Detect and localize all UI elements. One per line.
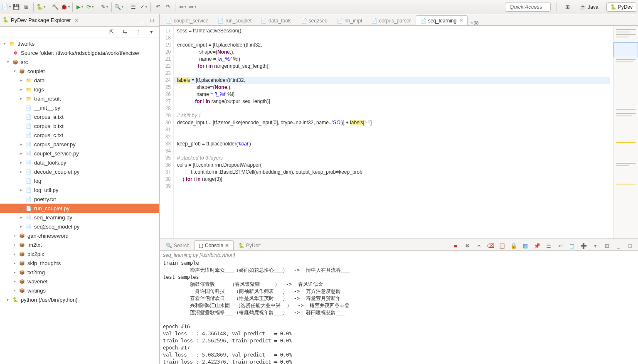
tree-twisty-icon[interactable]: ▸ bbox=[18, 142, 24, 146]
tree-item[interactable]: ▸📦wavenet bbox=[0, 277, 159, 286]
console-tab[interactable]: 🔍Search bbox=[161, 240, 194, 250]
tree-item[interactable]: ▸📦skip_thoughts bbox=[0, 258, 159, 268]
open-console-button[interactable]: ▢ bbox=[567, 241, 576, 250]
python-new-button[interactable]: 🐍 bbox=[36, 2, 45, 12]
link-button[interactable]: ⊞ bbox=[602, 241, 611, 250]
close-icon[interactable]: ✕ bbox=[225, 243, 229, 248]
run-last-button[interactable]: ⟳ bbox=[85, 2, 94, 12]
terminate-all-button[interactable]: ✖ bbox=[463, 241, 472, 250]
tree-item[interactable]: ▾📦couplet bbox=[0, 66, 159, 76]
tree-item[interactable]: 📄log bbox=[0, 176, 159, 185]
tree-item[interactable]: ▸📄log_util.py bbox=[0, 185, 159, 194]
pydev-perspective[interactable]: 🐍PyDev bbox=[606, 2, 636, 12]
tree-twisty-icon[interactable]: ▸ bbox=[12, 288, 17, 293]
tree-item[interactable]: ▸📄corpus_parser.py bbox=[0, 140, 159, 149]
editor-tab[interactable]: 📄run_couplet bbox=[213, 15, 256, 25]
quick-access-input[interactable] bbox=[505, 2, 551, 12]
tree-twisty-icon[interactable]: ▸ bbox=[18, 96, 24, 101]
editor-tab[interactable]: 📄nn_impl bbox=[332, 15, 367, 25]
tree-item[interactable]: 📄corpus_a.txt bbox=[0, 112, 159, 121]
tree-item[interactable]: ▸📦pix2pix bbox=[0, 249, 159, 258]
tree-twisty-icon[interactable]: ▸ bbox=[18, 224, 24, 229]
build-button[interactable]: 🔨 bbox=[51, 2, 60, 12]
java-perspective[interactable]: ☕Java bbox=[576, 2, 602, 12]
link-editor-icon[interactable]: ⇆ bbox=[120, 27, 129, 37]
save-button[interactable]: 💾 bbox=[12, 2, 21, 12]
word-wrap-button[interactable]: ↩ bbox=[556, 241, 565, 250]
show-console-button[interactable]: ▥ bbox=[521, 241, 530, 250]
explorer-minimize-button[interactable]: _ bbox=[137, 16, 146, 25]
tree-twisty-icon[interactable]: ▸ bbox=[12, 279, 17, 283]
editor-tabs-overflow[interactable]: »38 bbox=[468, 20, 482, 25]
tree-twisty-icon[interactable]: ▸ bbox=[12, 234, 17, 238]
tree-twisty-icon[interactable]: ▸ bbox=[18, 206, 24, 210]
tree-item[interactable]: 📄__init__.py bbox=[0, 103, 159, 112]
code-editor[interactable]: sess = tf.InteractiveSession() encode_in… bbox=[174, 26, 613, 239]
tree-item[interactable]: ▸📄seq_learning.py bbox=[0, 213, 159, 222]
tree-twisty-icon[interactable]: ▸ bbox=[18, 170, 24, 174]
tree-twisty-icon[interactable]: ▾ bbox=[5, 60, 11, 64]
tree-item[interactable]: ▸📦writings bbox=[0, 286, 159, 295]
tree-twisty-icon[interactable]: ▸ bbox=[12, 252, 17, 256]
tree-item[interactable]: ▸📄seq2seq_model.py bbox=[0, 222, 159, 231]
tree-item[interactable]: 📄corpus_c.txt bbox=[0, 130, 159, 140]
outline-button[interactable]: ☰ bbox=[129, 2, 138, 12]
pin-console-button[interactable]: 📌 bbox=[532, 241, 542, 250]
tree-twisty-icon[interactable]: ▸ bbox=[18, 151, 24, 155]
tree-twisty-icon[interactable]: ▾ bbox=[2, 42, 7, 46]
console-output[interactable]: train sample 啼声无语时牵众___（娇面如花总快心___） -> 情… bbox=[160, 260, 638, 364]
overview-ruler[interactable] bbox=[613, 26, 638, 239]
tree-twisty-icon[interactable]: ▸ bbox=[12, 243, 17, 247]
scroll-lock-button[interactable]: 🔒 bbox=[509, 241, 518, 250]
forward-button[interactable]: ⇨ bbox=[188, 2, 197, 12]
tree-item[interactable]: ▸📄decode_couplet.py bbox=[0, 167, 159, 176]
new-class-button[interactable]: ✎ bbox=[100, 2, 109, 12]
new-console-button[interactable]: ➕ bbox=[579, 241, 588, 250]
minimize-button[interactable]: _ bbox=[614, 241, 623, 250]
tree-twisty-icon[interactable]: ▸ bbox=[18, 188, 24, 192]
tree-item[interactable]: 📄corpus_b.txt bbox=[0, 121, 159, 130]
tree-item[interactable]: ▾📁tfworks bbox=[0, 39, 159, 48]
tree-item[interactable]: ▸📁data bbox=[0, 76, 159, 85]
prev-edit-button[interactable]: ↶ bbox=[153, 2, 163, 12]
run-button[interactable]: ▶ bbox=[75, 2, 84, 12]
console-tab[interactable]: 🐍PyUnit bbox=[234, 240, 265, 250]
close-icon[interactable]: ✕ bbox=[459, 18, 463, 23]
filter-icon[interactable]: ⋮ bbox=[133, 27, 143, 37]
tree-twisty-icon[interactable]: ▸ bbox=[5, 298, 11, 302]
tree-item[interactable]: ▸📁train_result bbox=[0, 94, 159, 103]
tree-item[interactable]: ⊗Source folder: /tfworks/ndscbigdata/wor… bbox=[0, 48, 159, 57]
editor-tab[interactable]: 📄seq_learning✕ bbox=[416, 15, 468, 25]
remove-terminated-button[interactable]: ✶ bbox=[474, 241, 483, 250]
editor-tab[interactable]: 📄data_tools bbox=[256, 15, 296, 25]
console-dropdown-button[interactable]: ▾ bbox=[591, 241, 600, 250]
terminate-button[interactable]: ■ bbox=[451, 241, 460, 250]
tree-item[interactable]: ▸📦im2txt bbox=[0, 240, 159, 249]
tree-item[interactable]: ▸📄couplet_service.py bbox=[0, 149, 159, 158]
tree-item[interactable]: ▸📄run_couplet.py bbox=[0, 204, 159, 213]
tree-item[interactable]: 📄poetry.txt bbox=[0, 194, 159, 204]
search-button[interactable]: 🔍 bbox=[114, 2, 123, 12]
open-perspective-button[interactable]: ⊞ bbox=[563, 2, 572, 12]
editor-tab[interactable]: 📄corpus_parser bbox=[367, 15, 416, 25]
new-button[interactable]: 📄 bbox=[2, 2, 11, 12]
next-edit-button[interactable]: ↷ bbox=[163, 2, 172, 12]
back-button[interactable]: ⇦ bbox=[178, 2, 187, 12]
tree-twisty-icon[interactable]: ▸ bbox=[18, 87, 24, 91]
tree-item[interactable]: ▸📄data_tools.py bbox=[0, 158, 159, 167]
tree-item[interactable]: ▸📦gan-chineseword bbox=[0, 231, 159, 240]
tree-twisty-icon[interactable]: ▸ bbox=[18, 78, 24, 82]
tree-twisty-icon[interactable]: ▸ bbox=[18, 215, 24, 219]
tree-item[interactable]: ▾📦src bbox=[0, 57, 159, 66]
tree-twisty-icon[interactable]: ▸ bbox=[12, 270, 17, 274]
tree-twisty-icon[interactable]: ▸ bbox=[12, 261, 17, 265]
remove-all-terminated-button[interactable]: ⌫ bbox=[486, 241, 495, 250]
tree-twisty-icon[interactable]: ▸ bbox=[18, 160, 24, 165]
display-select-button[interactable]: ☰ bbox=[544, 241, 553, 250]
save-all-button[interactable]: 🗎 bbox=[22, 2, 31, 12]
explorer-tab-close-icon[interactable]: ✕ bbox=[74, 17, 79, 23]
tree-item[interactable]: ▸📁logs bbox=[0, 85, 159, 94]
tree-item[interactable]: ▸🐍python (/usr/bin/python) bbox=[0, 295, 159, 304]
debug-config-button[interactable]: 🐞 bbox=[61, 2, 70, 12]
task-button[interactable]: ✓ bbox=[139, 2, 148, 12]
